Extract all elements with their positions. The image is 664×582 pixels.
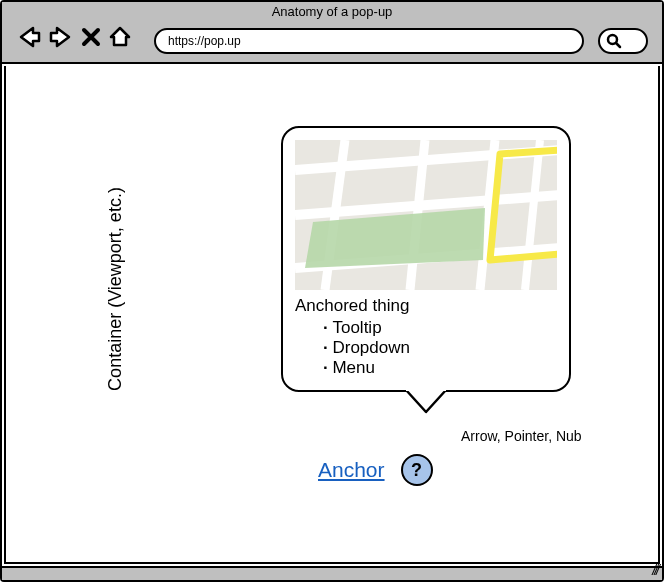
titlebar: Anatomy of a pop-up bbox=[2, 2, 662, 64]
popup: Anchored thing Tooltip Dropdown Menu bbox=[281, 126, 571, 392]
status-bar: /// bbox=[2, 566, 662, 580]
search-icon bbox=[606, 33, 622, 49]
nub-label: Arrow, Pointer, Nub bbox=[461, 428, 582, 444]
search-box[interactable] bbox=[598, 28, 648, 54]
popup-nub bbox=[406, 388, 446, 412]
anchor-link[interactable]: Anchor bbox=[318, 458, 385, 482]
resize-grip-icon[interactable]: /// bbox=[652, 562, 658, 578]
svg-line-1 bbox=[616, 43, 620, 47]
viewport: Container (Viewport, etc.) Anchored thin… bbox=[4, 66, 660, 564]
container-label: Container (Viewport, etc.) bbox=[105, 187, 126, 391]
home-icon[interactable] bbox=[108, 25, 132, 53]
url-input[interactable] bbox=[154, 28, 584, 54]
popup-heading: Anchored thing bbox=[295, 296, 557, 316]
stop-icon[interactable] bbox=[80, 26, 102, 52]
svg-rect-12 bbox=[406, 388, 446, 391]
help-icon[interactable]: ? bbox=[401, 454, 433, 486]
window-title: Anatomy of a pop-up bbox=[272, 4, 393, 19]
svg-marker-11 bbox=[406, 390, 446, 412]
browser-window: Anatomy of a pop-up Container (Viewp bbox=[0, 0, 664, 582]
forward-icon[interactable] bbox=[48, 24, 74, 54]
list-item: Menu bbox=[323, 358, 557, 378]
nav-controls bbox=[16, 24, 132, 54]
map-image bbox=[295, 140, 557, 290]
list-item: Dropdown bbox=[323, 338, 557, 358]
list-item: Tooltip bbox=[323, 318, 557, 338]
anchor-row: Anchor ? bbox=[318, 454, 433, 486]
popup-list: Tooltip Dropdown Menu bbox=[295, 318, 557, 378]
back-icon[interactable] bbox=[16, 24, 42, 54]
